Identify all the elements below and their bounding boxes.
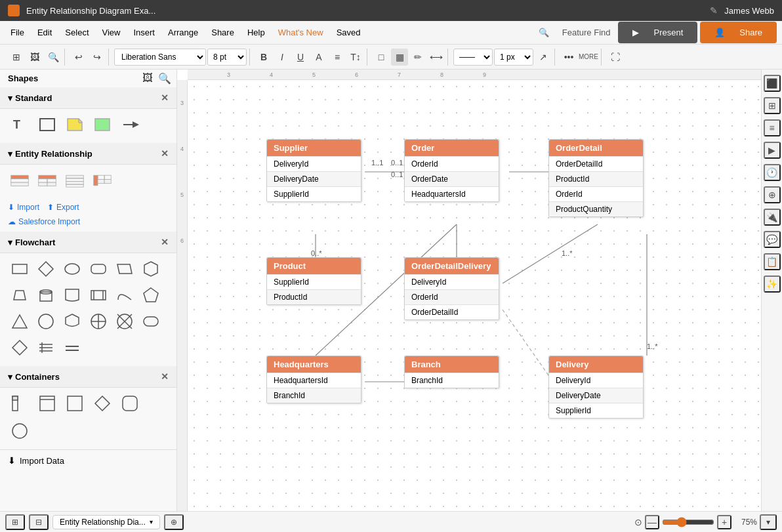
- canvas-area[interactable]: 34 56 78 9 34 56: [177, 70, 761, 511]
- redo-button[interactable]: ↪: [89, 49, 106, 66]
- zoom-out-button[interactable]: —: [645, 515, 659, 529]
- grid-view-button[interactable]: ⊞: [5, 514, 25, 530]
- more-button[interactable]: •••: [560, 49, 577, 66]
- arrow-shape[interactable]: [118, 113, 142, 136]
- fc-equals[interactable]: [60, 336, 84, 359]
- format-panel-btn[interactable]: ⬛: [764, 75, 781, 92]
- align-button[interactable]: ≡: [329, 49, 346, 66]
- fill-style-button[interactable]: □: [373, 49, 390, 66]
- underline-button[interactable]: U: [292, 49, 309, 66]
- zoom-in-button[interactable]: +: [717, 515, 731, 529]
- flowchart-section-close[interactable]: ✕: [161, 237, 169, 247]
- fc-diamond2[interactable]: [8, 336, 31, 359]
- fc-diamond[interactable]: [34, 257, 58, 281]
- table-orderdetail[interactable]: OrderDetail OrderDetailId ProductId Orde…: [548, 139, 644, 217]
- text-position-button[interactable]: T↕: [347, 49, 364, 66]
- add-page-button[interactable]: ⊕: [164, 514, 184, 530]
- fc-arc[interactable]: [113, 283, 136, 307]
- menu-file[interactable]: File: [5, 25, 30, 40]
- zoom-menu-button[interactable]: ▾: [760, 514, 777, 530]
- search-shapes-icon[interactable]: 🔍: [158, 72, 171, 85]
- menu-insert[interactable]: Insert: [128, 25, 160, 40]
- fc-cross[interactable]: [113, 310, 136, 333]
- er-shape-4[interactable]: [91, 169, 114, 192]
- ct-vertical[interactable]: [8, 392, 31, 415]
- ct-rect[interactable]: [63, 392, 87, 415]
- fill-color-button[interactable]: ▦: [391, 49, 408, 66]
- table-orderdetaildelivery[interactable]: OrderDetailDelivery DeliveryId OrderId O…: [404, 257, 499, 320]
- containers-section-header[interactable]: Containers ✕: [0, 366, 176, 388]
- line-width-select[interactable]: 1 px: [494, 49, 533, 66]
- font-size-select[interactable]: 8 pt: [207, 49, 247, 66]
- fc-rounded-rect[interactable]: [87, 257, 110, 281]
- menu-share[interactable]: Share: [206, 25, 239, 40]
- italic-button[interactable]: I: [274, 49, 291, 66]
- fc-parallelogram[interactable]: [113, 257, 136, 281]
- import-data-row[interactable]: ⬇ Import Data: [0, 449, 176, 471]
- import-button[interactable]: ⬇ Import: [8, 203, 39, 212]
- shapes-panel-toggle[interactable]: ⊞: [8, 49, 25, 66]
- rectangle-shape[interactable]: [35, 113, 59, 136]
- fc-hexagon[interactable]: [139, 257, 163, 281]
- table-delivery[interactable]: Delivery DeliveryId DeliveryDate Supplie…: [548, 356, 644, 419]
- er-shape-3[interactable]: [63, 169, 87, 192]
- table-order[interactable]: Order OrderId OrderDate HeadquartersId: [404, 139, 499, 202]
- edit-icon[interactable]: ✎: [710, 5, 718, 16]
- table-supplier[interactable]: Supplier DeliveryId DeliveryDate Supplie…: [266, 139, 361, 202]
- share-button[interactable]: 👤 Share: [700, 22, 777, 43]
- fc-rounded[interactable]: [139, 310, 163, 333]
- fc-document[interactable]: [60, 283, 84, 307]
- chat-btn[interactable]: 💬: [764, 231, 781, 248]
- text-shape[interactable]: T: [8, 113, 31, 136]
- fc-pentagon[interactable]: [139, 283, 163, 307]
- clipboard-btn[interactable]: 📋: [764, 253, 781, 270]
- fullscreen-button[interactable]: ⛶: [607, 49, 624, 66]
- ct-swimlane[interactable]: [35, 392, 59, 415]
- ct-oval[interactable]: [8, 419, 31, 443]
- bold-button[interactable]: B: [255, 49, 272, 66]
- magic-btn[interactable]: ✨: [764, 276, 781, 293]
- menu-help[interactable]: Help: [242, 25, 270, 40]
- zoom-slider[interactable]: [662, 517, 714, 527]
- ct-rounded[interactable]: [118, 392, 142, 415]
- line-color-button[interactable]: ✏: [409, 49, 426, 66]
- font-color-button[interactable]: A: [310, 49, 327, 66]
- flowchart-section-header[interactable]: Flowchart ✕: [0, 232, 176, 253]
- fc-circle[interactable]: [34, 310, 58, 333]
- menu-select[interactable]: Select: [60, 25, 94, 40]
- waypoint-button[interactable]: ↗: [535, 49, 552, 66]
- feature-find-label[interactable]: Feature Find: [557, 25, 616, 40]
- table-product[interactable]: Product SupplierId ProductId: [266, 257, 361, 305]
- stack-btn[interactable]: ⊕: [764, 186, 781, 203]
- containers-section-close[interactable]: ✕: [161, 371, 169, 382]
- fc-rect[interactable]: [8, 257, 31, 281]
- salesforce-button[interactable]: ☁ Salesforce Import: [8, 217, 169, 226]
- fc-trapezoid[interactable]: [8, 283, 31, 307]
- plugin-btn[interactable]: 🔌: [764, 209, 781, 226]
- er-section-close[interactable]: ✕: [161, 148, 169, 159]
- fc-cylinder[interactable]: [34, 283, 58, 307]
- standard-section-close[interactable]: ✕: [161, 92, 169, 103]
- er-shape-2[interactable]: [35, 169, 59, 192]
- menu-arrange[interactable]: Arrange: [163, 25, 203, 40]
- search-shapes-btn[interactable]: 🔍: [45, 49, 62, 66]
- list-view-button[interactable]: ⊟: [29, 514, 49, 530]
- menu-view[interactable]: View: [97, 25, 126, 40]
- undo-button[interactable]: ↩: [70, 49, 87, 66]
- view-btn[interactable]: ▶: [764, 142, 781, 159]
- er-section-header[interactable]: Entity Relationship ✕: [0, 143, 176, 165]
- connection-button[interactable]: ⟷: [428, 49, 445, 66]
- menu-edit[interactable]: Edit: [32, 25, 57, 40]
- export-button[interactable]: ⬆ Export: [47, 203, 79, 212]
- er-shape-1[interactable]: [8, 169, 31, 192]
- colored-rect-shape[interactable]: [91, 113, 114, 136]
- fc-oval[interactable]: [60, 257, 84, 281]
- pages-btn[interactable]: ⊞: [764, 97, 781, 114]
- fc-plus[interactable]: [87, 310, 110, 333]
- time-btn[interactable]: 🕐: [764, 164, 781, 181]
- ct-diamond[interactable]: [91, 392, 114, 415]
- canvas-content[interactable]: 1..1 0..1 0..1 0..* 1..* 1..* 1..* 1..* …: [188, 80, 761, 511]
- page-tab[interactable]: Entity Relationship Dia... ▾: [52, 515, 160, 529]
- image-insert-icon[interactable]: 🖼: [142, 72, 153, 85]
- standard-section-header[interactable]: Standard ✕: [0, 87, 176, 109]
